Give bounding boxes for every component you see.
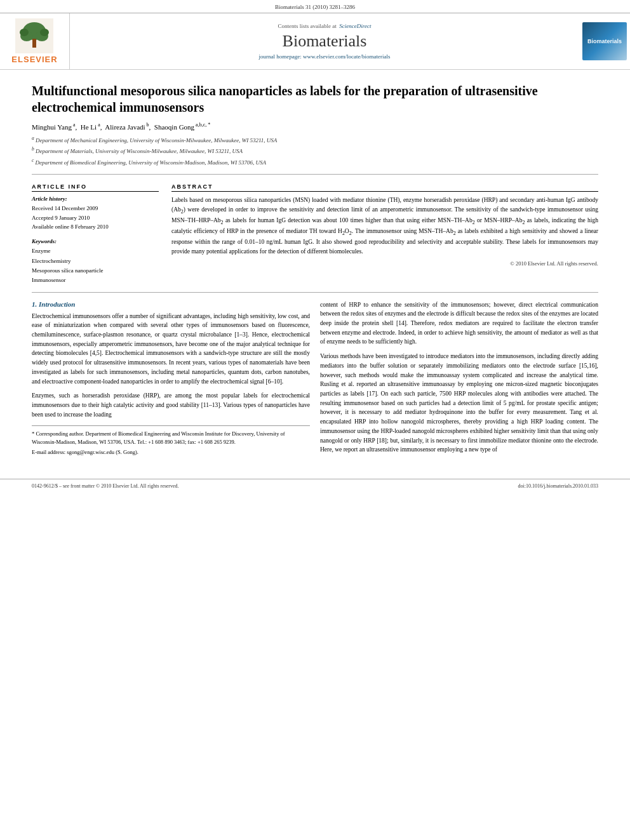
available-date: Available online 8 February 2010 [32, 222, 159, 231]
abstract-text: Labels based on mesoporous silica nanopa… [171, 196, 598, 257]
keyword-3: Mesoporous silica nanoparticle [32, 266, 159, 276]
copyright-line: © 2010 Elsevier Ltd. All rights reserved… [171, 260, 598, 267]
footnotes-section: * Corresponding author. Department of Bi… [32, 425, 310, 456]
article-title: Multifunctional mesoporous silica nanopa… [32, 83, 598, 116]
header-main: ELSEVIER Contents lists available at Sci… [0, 13, 630, 69]
sciencedirect-link[interactable]: ScienceDirect [339, 23, 371, 29]
article-history-label: Article history: [32, 196, 159, 202]
abstract-section-label: Abstract [171, 183, 598, 192]
article-content: Multifunctional mesoporous silica nanopa… [0, 70, 630, 472]
left-col-info: Article Info Article history: Received 1… [32, 183, 159, 285]
author-3: Alireza Javadi [105, 123, 145, 131]
author-2: He Li [81, 123, 97, 131]
affiliations: a Department of Mechanical Engineering, … [32, 135, 598, 175]
elsevier-brand-text: ELSEVIER [11, 55, 57, 64]
elsevier-tree-icon [15, 18, 53, 53]
keywords-list: Enzyme Electrochemistry Mesoporous silic… [32, 246, 159, 285]
badge-title: Biomaterials [587, 38, 622, 44]
svg-rect-4 [32, 39, 36, 48]
keyword-2: Electrochemistry [32, 257, 159, 266]
journal-meta-top: Biomaterials 31 (2010) 3281–3286 [0, 3, 630, 13]
affil-1: a Department of Mechanical Engineering, … [32, 135, 598, 145]
header-center: Contents lists available at ScienceDirec… [70, 13, 579, 69]
homepage-text: journal homepage: www.elsevier.com/locat… [259, 53, 391, 60]
body-two-col: 1. Introduction Electrochemical immunose… [32, 300, 598, 460]
author-1-sup: a [72, 122, 76, 128]
authors-line: Minghui Yang a, He Li a, Alireza Javadi … [32, 122, 598, 131]
header-right: Biomaterials [579, 13, 630, 69]
body-paragraph-1: Electrochemical immunosensors offer a nu… [32, 312, 310, 387]
body-paragraph-2: Enzymes, such as horseradish peroxidase … [32, 391, 310, 419]
journal-header: Biomaterials 31 (2010) 3281–3286 [0, 0, 630, 70]
sciencedirect-label: Contents lists available at [278, 23, 337, 29]
keyword-1: Enzyme [32, 246, 159, 256]
biomaterials-badge: Biomaterials [582, 22, 627, 60]
journal-homepage: journal homepage: www.elsevier.com/locat… [259, 53, 391, 60]
author-3-sup: b [145, 122, 149, 128]
journal-citation: Biomaterials 31 (2010) 3281–3286 [275, 4, 355, 10]
body-paragraph-3: content of HRP to enhance the sensitivit… [320, 300, 598, 347]
bottom-bar: 0142-9612/$ – see front matter © 2010 El… [0, 479, 630, 493]
author-4: Shaoqin Gong [154, 123, 194, 131]
doi-text: doi:10.1016/j.biomaterials.2010.01.033 [518, 483, 598, 489]
copyright-notice: 0142-9612/$ – see front matter © 2010 El… [32, 483, 179, 489]
sciencedirect-line: Contents lists available at ScienceDirec… [278, 23, 372, 29]
keywords-label: Keywords: [32, 238, 159, 244]
received-date: Received 14 December 2009 [32, 204, 159, 213]
section-1-heading: 1. Introduction [32, 300, 310, 308]
header-left: ELSEVIER [0, 13, 70, 69]
elsevier-logo: ELSEVIER [11, 18, 57, 64]
body-left-col: 1. Introduction Electrochemical immunose… [32, 300, 310, 460]
right-col-abstract: Abstract Labels based on mesoporous sili… [171, 183, 598, 285]
page-wrapper: Biomaterials 31 (2010) 3281–3286 [0, 0, 630, 493]
accepted-date: Accepted 9 January 2010 [32, 213, 159, 222]
footnote-2: E-mail address: sgong@engr.wisc.edu (S. … [32, 448, 310, 457]
article-info-section-label: Article Info [32, 183, 159, 192]
affil-3: c Department of Biomedical Engineering, … [32, 157, 598, 168]
affil-2: b Department of Materials, University of… [32, 145, 598, 156]
author-1: Minghui Yang [32, 123, 72, 131]
svg-point-5 [20, 29, 29, 36]
article-info-abstract-section: Article Info Article history: Received 1… [32, 183, 598, 292]
svg-point-6 [40, 29, 49, 36]
body-paragraph-4: Various methods have been investigated t… [320, 352, 598, 455]
journal-title-header: Biomaterials [283, 32, 367, 51]
body-right-col: content of HRP to enhance the sensitivit… [320, 300, 598, 460]
author-4-sup: a,b,c, * [194, 122, 210, 128]
keyword-4: Immunosensor [32, 276, 159, 285]
footnote-1: * Corresponding author. Department of Bi… [32, 430, 310, 446]
author-2-sup: a [97, 122, 100, 128]
